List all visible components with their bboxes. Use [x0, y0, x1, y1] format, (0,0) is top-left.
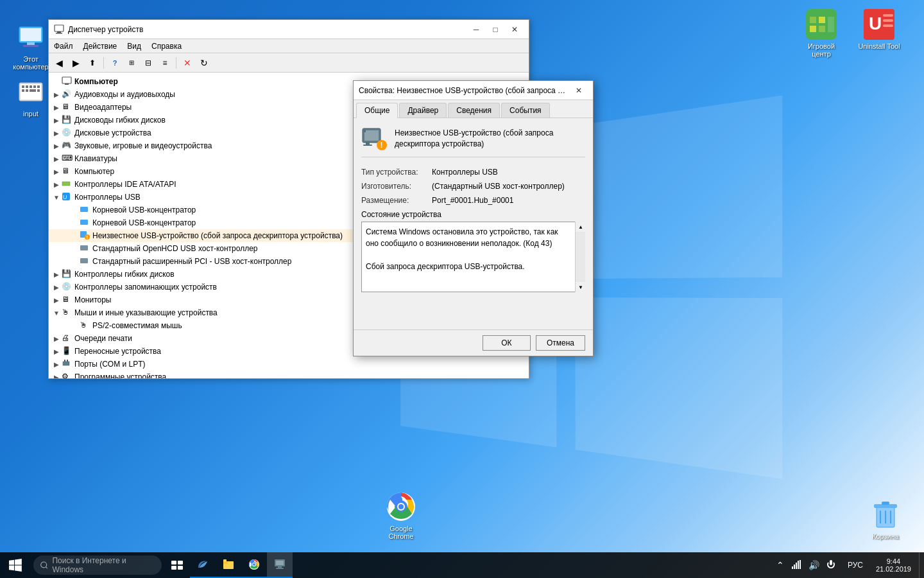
- device-manager-title-icon: [54, 24, 64, 35]
- print-expand[interactable]: ▶: [51, 333, 62, 344]
- toolbar-scan[interactable]: ⊞: [124, 55, 139, 71]
- svg-rect-70: [178, 566, 183, 570]
- toolbar-remove[interactable]: ✕: [180, 55, 195, 71]
- monitors-expand[interactable]: ▶: [51, 295, 62, 305]
- audio-expand[interactable]: ▶: [51, 89, 62, 100]
- toolbar-devprop[interactable]: ≡: [157, 55, 173, 71]
- svg-rect-15: [37, 89, 40, 92]
- toolbar-devmgr[interactable]: ⊟: [141, 55, 156, 71]
- mice-expand[interactable]: ▼: [51, 308, 62, 318]
- desktop-icon-chrome[interactable]: Google Chrome: [375, 489, 427, 543]
- tree-software[interactable]: ▶ ⚙ Программные устройства: [49, 371, 529, 378]
- tray-power[interactable]: [825, 559, 837, 572]
- system-tray: ⌃ 🔊: [769, 552, 843, 578]
- usb-expand[interactable]: ▼: [51, 192, 62, 202]
- taskbar-chrome-btn[interactable]: [241, 552, 267, 578]
- computer-expand[interactable]: ▶: [51, 166, 62, 177]
- svg-rect-12: [22, 89, 24, 92]
- svg-rect-7: [22, 85, 24, 88]
- menu-view[interactable]: Вид: [122, 39, 146, 53]
- svg-text:!: !: [381, 141, 383, 150]
- tray-arrow[interactable]: ⌃: [774, 559, 787, 572]
- tray-network[interactable]: [789, 559, 803, 572]
- close-button[interactable]: ✕: [506, 22, 524, 37]
- svg-point-65: [41, 562, 47, 568]
- ide-expand[interactable]: ▶: [51, 179, 62, 189]
- ports-expand[interactable]: ▶: [51, 359, 62, 369]
- device-large-icon: !: [361, 126, 387, 152]
- device-status-text: Система Windows остановила это устройств…: [366, 227, 558, 271]
- input-label: input: [23, 110, 38, 118]
- sound-expand[interactable]: ▶: [51, 141, 62, 151]
- menu-file[interactable]: Файл: [49, 39, 78, 53]
- floppy-ctrl-expand[interactable]: ▶: [51, 269, 62, 279]
- language-indicator[interactable]: РУС: [843, 561, 868, 570]
- toolbar-back[interactable]: ◀: [51, 55, 67, 71]
- scroll-down-arrow[interactable]: ▼: [576, 282, 586, 292]
- floppy-expand[interactable]: ▶: [51, 115, 62, 125]
- svg-rect-17: [810, 17, 816, 23]
- svg-rect-42: [65, 83, 69, 85]
- root-icon: [62, 76, 72, 87]
- print-label: Очереди печати: [74, 334, 132, 343]
- scroll-up-arrow[interactable]: ▲: [576, 222, 586, 232]
- desktop-icon-game-center[interactable]: Игровой центр: [796, 6, 847, 60]
- audio-icon: 🔊: [62, 89, 72, 100]
- taskbar-explorer[interactable]: [216, 552, 241, 578]
- minimize-button[interactable]: ─: [467, 22, 485, 37]
- desktop-icon-uninstall-tool[interactable]: U Uninstall Tool: [853, 6, 905, 53]
- usb-hub1-label: Корневой USB-концентратор: [92, 206, 196, 215]
- taskbar-search[interactable]: Поиск в Интернете и Windows: [33, 556, 162, 575]
- dialog-close-button[interactable]: ✕: [570, 83, 588, 98]
- svg-rect-9: [30, 85, 32, 88]
- maximize-button[interactable]: □: [486, 22, 504, 37]
- software-expand[interactable]: ▶: [51, 372, 62, 378]
- keyboard-icon: ⌨: [62, 153, 72, 164]
- svg-line-66: [46, 567, 47, 568]
- svg-point-31: [398, 504, 404, 509]
- svg-rect-60: [364, 130, 366, 132]
- taskbar-devmgr-btn[interactable]: [267, 552, 293, 578]
- ports-label: Порты (COM и LPT): [74, 360, 146, 369]
- desktop-icon-recycle-bin[interactable]: Корзина: [860, 496, 911, 543]
- device-status-box[interactable]: Система Windows остановила это устройств…: [361, 222, 585, 292]
- taskbar: Поиск в Интернете и Windows: [0, 552, 924, 578]
- portable-expand[interactable]: ▶: [51, 346, 62, 356]
- taskbar-edge[interactable]: [190, 552, 216, 578]
- toolbar-refresh[interactable]: ↻: [196, 55, 212, 71]
- storage-label: Контроллеры запоминающих устройств: [74, 283, 217, 292]
- toolbar-help[interactable]: ?: [107, 55, 123, 71]
- tab-driver[interactable]: Драйвер: [399, 103, 447, 118]
- storage-expand[interactable]: ▶: [51, 282, 62, 292]
- usb-openhcd-label: Стандартный OpenHCD USB хост-контроллер: [92, 244, 258, 253]
- tray-volume[interactable]: 🔊: [806, 559, 822, 572]
- menu-help[interactable]: Справка: [146, 39, 187, 53]
- toolbar-forward[interactable]: ▶: [68, 55, 83, 71]
- disks-icon: 💿: [62, 128, 72, 138]
- device-manager-title-text: Диспетчер устройств: [68, 25, 467, 34]
- tree-ports[interactable]: ▶ Порты (COM и LPT): [49, 358, 529, 371]
- monitors-label: Мониторы: [74, 295, 111, 304]
- cancel-button[interactable]: Отмена: [536, 335, 585, 351]
- svg-rect-25: [883, 19, 893, 22]
- mice-icon: 🖱: [62, 308, 72, 318]
- ok-button[interactable]: ОК: [483, 335, 531, 351]
- dialog-titlebar: Свойства: Неизвестное USB-устройство (сб…: [354, 81, 593, 100]
- menu-action[interactable]: Действие: [78, 39, 123, 53]
- svg-rect-8: [26, 85, 28, 88]
- keyboard-expand[interactable]: ▶: [51, 153, 62, 164]
- status-scrollbar[interactable]: ▲ ▼: [575, 222, 585, 292]
- svg-rect-73: [223, 559, 227, 562]
- toolbar-up[interactable]: ⬆: [85, 55, 100, 71]
- video-label: Видеоадаптеры: [74, 103, 132, 112]
- start-button[interactable]: [0, 552, 31, 578]
- show-desktop-button[interactable]: [919, 552, 924, 578]
- disks-expand[interactable]: ▶: [51, 128, 62, 138]
- video-expand[interactable]: ▶: [51, 102, 62, 112]
- tab-details[interactable]: Сведения: [448, 103, 500, 118]
- svg-rect-53: [63, 362, 69, 365]
- tab-events[interactable]: События: [501, 103, 550, 118]
- taskbar-clock[interactable]: 9:44 21.02.2019: [868, 552, 919, 578]
- task-view-button[interactable]: [164, 552, 190, 578]
- tab-general[interactable]: Общие: [356, 103, 398, 118]
